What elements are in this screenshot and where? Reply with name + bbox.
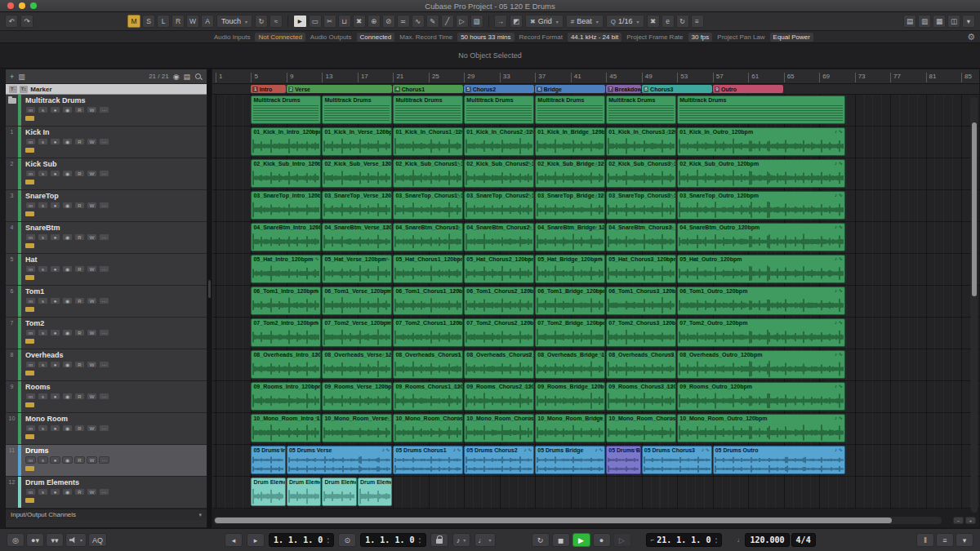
clip-03-snaretop-outro-120bpm[interactable]: 03_SnareTop_Outro_120bpm♪ ∿ bbox=[677, 191, 845, 220]
record-modes-button[interactable]: ●▾ bbox=[26, 533, 44, 547]
clip-03-snaretop-intro-120bpm[interactable]: 03_SnareTop_Intro_120bpm♪ ∿ bbox=[251, 191, 321, 220]
clip-03-snaretop-bridge-120bpm[interactable]: 03_SnareTop_Bridge_120bpm♪ ∿ bbox=[535, 191, 605, 220]
zoom-out-button[interactable]: − bbox=[953, 517, 964, 524]
clip-multitrack-drums[interactable]: Multitrack Drums bbox=[464, 96, 534, 124]
tempo-track-button[interactable]: ♩▾ bbox=[474, 533, 496, 547]
clip-10-mono-room-chorus3-120bpm[interactable]: 10_Mono_Room_Chorus3_120bpm♪ ∿ bbox=[606, 414, 676, 442]
track-more-button[interactable]: ··· bbox=[99, 393, 109, 400]
track-header-snarebtm[interactable]: 4SnareBtmms●◉RW··· bbox=[6, 222, 207, 254]
track-solo-button[interactable]: s bbox=[38, 106, 48, 113]
track-mute-button[interactable]: m bbox=[25, 393, 36, 400]
clip-05-hat-bridge-120bpm[interactable]: 05_Hat_Bridge_120bpm♪ ∿ bbox=[535, 255, 605, 283]
clip-07-tom2-intro-120bpm[interactable]: 07_Tom2_Intro_120bpm♪ ∿ bbox=[251, 318, 321, 347]
draw-tool[interactable]: ✎ bbox=[426, 15, 439, 28]
setup-toolbar-button[interactable]: ▾ bbox=[962, 15, 975, 28]
track-more-button[interactable]: ··· bbox=[99, 456, 109, 464]
clip-08-overheads-outro-120bpm[interactable]: 08_Overheads_Outro_120bpm♪ ∿ bbox=[677, 350, 845, 379]
clip-04-snarebtm-outro-120bpm[interactable]: 04_SnareBtm_Outro_120bpm♪ ∿ bbox=[677, 223, 845, 251]
track-solo-button[interactable]: s bbox=[38, 488, 48, 495]
track-header-multitrack-drums[interactable]: Multitrack Drumsms●◉RW··· bbox=[6, 95, 207, 127]
track-header-hat[interactable]: 5Hatms●◉RW··· bbox=[6, 254, 207, 286]
zoom-in-button[interactable]: + bbox=[965, 517, 976, 524]
track-read-automation-button[interactable]: R bbox=[74, 170, 85, 177]
clip-09-rooms-outro-120bpm[interactable]: 09_Rooms_Outro_120bpm♪ ∿ bbox=[677, 382, 845, 411]
clip-09-rooms-chorus1-120bpm[interactable]: 09_Rooms_Chorus1_120bpm♪ ∿ bbox=[393, 382, 463, 411]
track-record-arm-button[interactable]: ● bbox=[50, 488, 60, 495]
automation-mode-dropdown[interactable]: Touch ▾ bbox=[216, 15, 252, 28]
clip-01-kick-in-bridge-120bpm[interactable]: 01_Kick_In_Bridge_120bpm♪ ∿ bbox=[535, 127, 605, 156]
clip-07-tom2-verse-120bpm[interactable]: 07_Tom2_Verse_120bpm♪ ∿ bbox=[322, 318, 392, 347]
vertical-scrollbar[interactable] bbox=[971, 97, 978, 513]
clip-01-kick-in-outro-120bpm[interactable]: 01_Kick_In_Outro_120bpm♪ ∿ bbox=[677, 127, 845, 156]
clip-multitrack-drums[interactable]: Multitrack Drums bbox=[535, 96, 605, 124]
auto-quantize-button[interactable]: AQ bbox=[88, 533, 107, 547]
track-timebase-icon[interactable] bbox=[25, 339, 34, 344]
play-tool[interactable]: ▷ bbox=[456, 15, 469, 28]
automation-l-button[interactable]: L bbox=[157, 15, 170, 28]
macro-icon[interactable]: ≡ bbox=[691, 15, 704, 28]
io-channels-row[interactable]: Input/Output Channels ▾ bbox=[6, 509, 207, 520]
track-more-button[interactable]: ··· bbox=[99, 297, 109, 304]
track-monitor-button[interactable]: ◉ bbox=[62, 488, 73, 495]
track-write-automation-button[interactable]: W bbox=[87, 138, 97, 145]
track-write-automation-button[interactable]: W bbox=[87, 170, 97, 177]
color-tool[interactable]: ▨ bbox=[470, 15, 483, 28]
track-read-automation-button[interactable]: R bbox=[74, 138, 85, 145]
import-track-button[interactable]: ▥ bbox=[18, 73, 25, 81]
marker-outro[interactable]: 9Outro bbox=[713, 85, 783, 93]
track-more-button[interactable]: ··· bbox=[99, 329, 109, 336]
track-header-tom2[interactable]: 7Tom2ms●◉RW··· bbox=[6, 318, 207, 349]
clip-01-kick-in-intro-120bpm[interactable]: 01_Kick_In_Intro_120bpm♪ ∿ bbox=[251, 127, 321, 156]
automation-a-button[interactable]: A bbox=[201, 15, 214, 28]
clip-01-kick-in-chorus3-120bpm[interactable]: 01_Kick_In_Chorus3_120bpm♪ ∿ bbox=[606, 127, 676, 156]
redo-button[interactable]: ↷ bbox=[20, 15, 33, 28]
clip-01-kick-in-chorus1-120bpm[interactable]: 01_Kick_In_Chorus1_120bpm♪ ∿ bbox=[393, 127, 463, 156]
clip-05-drums-breakdown[interactable]: 05 Drums Breakdown♪ ∿ bbox=[606, 446, 640, 474]
clip-drum-elements[interactable]: Drum Elements♪ ∿ bbox=[251, 478, 285, 506]
setup-transport-button[interactable]: ▾ bbox=[956, 533, 973, 547]
record-button[interactable]: ● bbox=[593, 533, 611, 547]
clip-02-kick-sub-chorus3-120bpm[interactable]: 02_Kick_Sub_Chorus3_120bpm♪ ∿ bbox=[606, 159, 676, 188]
clip-08-overheads-chorus3-120bpm[interactable]: 08_Overheads_Chorus3_120bpm♪ ∿ bbox=[606, 350, 676, 379]
track-monitor-button[interactable]: ◉ bbox=[62, 424, 73, 432]
play-button[interactable]: ▶ bbox=[572, 533, 590, 547]
track-header-tom1[interactable]: 6Tom1ms●◉RW··· bbox=[6, 286, 207, 318]
clip-08-overheads-chorus1-120bpm[interactable]: 08_Overheads_Chorus1_120bpm♪ ∿ bbox=[393, 350, 463, 379]
clip-10-mono-room-chorus1-120bpm[interactable]: 10_Mono_Room_Chorus1_120bpm♪ ∿ bbox=[393, 414, 463, 442]
track-monitor-button[interactable]: ◉ bbox=[62, 106, 73, 113]
track-read-automation-button[interactable]: R bbox=[74, 424, 85, 432]
track-timebase-icon[interactable] bbox=[25, 371, 34, 375]
track-more-button[interactable]: ··· bbox=[99, 202, 109, 209]
clip-08-overheads-chorus2-120bpm[interactable]: 08_Overheads_Chorus2_120bpm♪ ∿ bbox=[464, 350, 534, 379]
track-timebase-icon[interactable] bbox=[25, 211, 34, 216]
track-write-automation-button[interactable]: W bbox=[87, 202, 97, 209]
range-selection-tool[interactable]: ▭ bbox=[309, 15, 322, 28]
cycle-button[interactable]: ↻ bbox=[532, 533, 550, 547]
previous-marker-button[interactable]: ◂ bbox=[225, 533, 243, 547]
track-monitor-button[interactable]: ◉ bbox=[62, 202, 73, 209]
clip-07-tom2-chorus2-120bpm[interactable]: 07_Tom2_Chorus2_120bpm♪ ∿ bbox=[464, 318, 534, 347]
time-format-button[interactable]: ⊙ bbox=[338, 533, 356, 547]
track-mute-button[interactable]: m bbox=[25, 456, 36, 464]
track-record-arm-button[interactable]: ● bbox=[50, 106, 60, 113]
track-monitor-button[interactable]: ◉ bbox=[62, 138, 73, 145]
track-solo-button[interactable]: s bbox=[38, 393, 48, 400]
pre-roll-button[interactable]: ▷ bbox=[613, 533, 631, 547]
marker-chorus1[interactable]: 4Chorus1 bbox=[393, 85, 463, 93]
clip-04-snarebtm-chorus2-120bpm[interactable]: 04_SnareBtm_Chorus2_120bpm♪ ∿ bbox=[464, 223, 534, 251]
glue-tool[interactable]: ⊔ bbox=[338, 15, 351, 28]
track-solo-button[interactable]: s bbox=[38, 233, 48, 241]
clip-02-kick-sub-outro-120bpm[interactable]: 02_Kick_Sub_Outro_120bpm♪ ∿ bbox=[677, 159, 845, 188]
marker-chorus2[interactable]: 5Chorus2 bbox=[464, 85, 534, 93]
track-record-arm-button[interactable]: ● bbox=[50, 233, 60, 241]
track-record-arm-button[interactable]: ● bbox=[50, 138, 60, 145]
constrain-delay-compensation-button[interactable]: ◎ bbox=[7, 533, 24, 547]
open-pool-button[interactable]: ▤ bbox=[903, 15, 916, 28]
track-monitor-button[interactable]: ◉ bbox=[62, 456, 73, 464]
timeline-ruler[interactable]: 1591317212529333741454953576165697377818… bbox=[212, 69, 979, 84]
track-monitor-button[interactable]: ◉ bbox=[62, 393, 73, 400]
marker-locate-icon[interactable]: T↕ bbox=[20, 86, 29, 93]
clip-08-overheads-bridge-120bpm[interactable]: 08_Overheads_Bridge_120bpm♪ ∿ bbox=[535, 350, 605, 379]
track-write-automation-button[interactable]: W bbox=[87, 361, 97, 368]
track-write-automation-button[interactable]: W bbox=[87, 329, 97, 336]
